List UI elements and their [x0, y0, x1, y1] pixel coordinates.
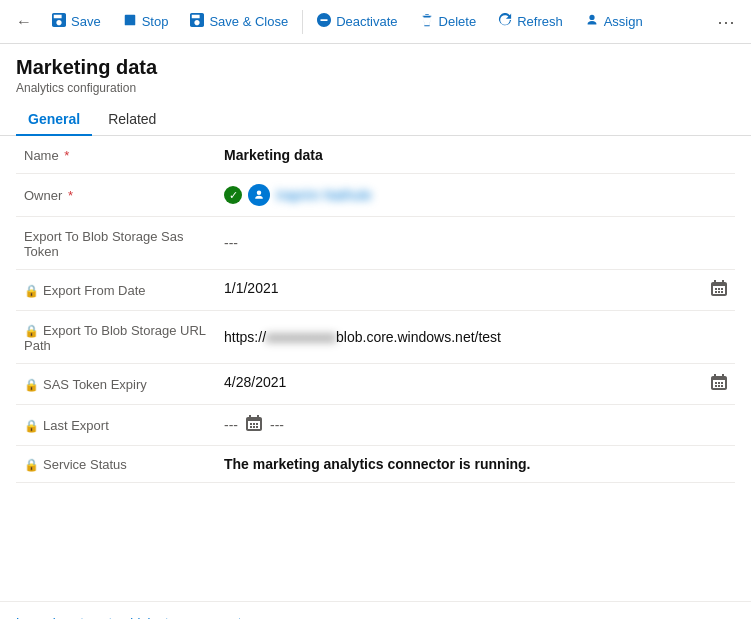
url-prefix: https:// — [224, 329, 266, 345]
save-icon — [52, 13, 66, 30]
required-indicator: * — [68, 188, 73, 203]
lock-icon: 🔒 — [24, 458, 39, 472]
save-button[interactable]: Save — [42, 8, 111, 35]
table-row: 🔒Last Export --- --- — [16, 405, 735, 446]
save-close-icon — [190, 13, 204, 30]
field-value-export-from-date: 1/1/2021 — [216, 270, 735, 311]
field-label-sas-expiry: 🔒SAS Token Expiry — [16, 364, 216, 405]
calendar-icon[interactable] — [711, 374, 727, 394]
stop-button[interactable]: Stop — [113, 8, 179, 35]
last-export-date: --- — [224, 417, 238, 433]
required-indicator: * — [64, 148, 69, 163]
lock-icon: 🔒 — [24, 378, 39, 392]
stop-label: Stop — [142, 14, 169, 29]
page-subtitle: Analytics configuration — [16, 81, 735, 95]
table-row: 🔒Export To Blob Storage URL Path https:/… — [16, 311, 735, 364]
field-label-last-export: 🔒Last Export — [16, 405, 216, 446]
field-value-owner: ✓ Iraprim Nathule — [216, 174, 735, 217]
lock-icon: 🔒 — [24, 284, 39, 298]
setup-link[interactable]: Learn how to setup blob storage export. — [16, 615, 245, 619]
delete-label: Delete — [439, 14, 477, 29]
calendar-icon[interactable] — [246, 415, 262, 435]
stop-icon — [123, 13, 137, 30]
field-value-sas-expiry: 4/28/2021 — [216, 364, 735, 405]
refresh-icon — [498, 13, 512, 30]
separator-1 — [302, 10, 303, 34]
field-label-sas-token: Export To Blob Storage Sas Token — [16, 217, 216, 270]
form-table: Name * Marketing data Owner * ✓ — [16, 136, 735, 483]
back-button[interactable]: ← — [8, 8, 40, 36]
date-value[interactable]: 1/1/2021 — [224, 280, 279, 296]
tabs: General Related — [0, 103, 751, 136]
field-value-service-status: The marketing analytics connector is run… — [216, 446, 735, 483]
date-value[interactable]: 4/28/2021 — [224, 374, 286, 390]
page-title: Marketing data — [16, 56, 735, 79]
field-value-sas-token[interactable]: --- — [216, 217, 735, 270]
delete-icon — [420, 13, 434, 30]
owner-container: ✓ Iraprim Nathule — [224, 184, 727, 206]
check-circle-icon: ✓ — [224, 186, 242, 204]
assign-label: Assign — [604, 14, 643, 29]
svg-rect-0 — [124, 15, 135, 26]
field-label-name: Name * — [16, 136, 216, 174]
field-value-name[interactable]: Marketing data — [216, 136, 735, 174]
toolbar: ← Save Stop Save & Close Deactivate Dele… — [0, 0, 751, 44]
table-row: 🔒SAS Token Expiry 4/28/2021 — [16, 364, 735, 405]
more-icon: ⋯ — [717, 11, 735, 33]
refresh-button[interactable]: Refresh — [488, 8, 573, 35]
field-value-url-path[interactable]: https://xxxxxxxxxxblob.core.windows.net/… — [216, 311, 735, 364]
field-label-url-path: 🔒Export To Blob Storage URL Path — [16, 311, 216, 364]
last-export-time: --- — [270, 417, 284, 433]
deactivate-label: Deactivate — [336, 14, 397, 29]
save-label: Save — [71, 14, 101, 29]
url-blur-part: xxxxxxxxxx — [266, 329, 336, 345]
save-close-label: Save & Close — [209, 14, 288, 29]
table-row: 🔒Service Status The marketing analytics … — [16, 446, 735, 483]
lock-icon: 🔒 — [24, 324, 39, 338]
url-suffix: blob.core.windows.net/test — [336, 329, 501, 345]
tab-related[interactable]: Related — [96, 103, 168, 135]
field-label-service-status: 🔒Service Status — [16, 446, 216, 483]
refresh-label: Refresh — [517, 14, 563, 29]
last-export-row: --- --- — [224, 415, 727, 435]
form-container: Name * Marketing data Owner * ✓ — [0, 136, 751, 601]
field-label-owner: Owner * — [16, 174, 216, 217]
table-row: Name * Marketing data — [16, 136, 735, 174]
assign-button[interactable]: Assign — [575, 8, 653, 35]
save-close-button[interactable]: Save & Close — [180, 8, 298, 35]
delete-button[interactable]: Delete — [410, 8, 487, 35]
owner-name[interactable]: Iraprim Nathule — [276, 187, 372, 203]
table-row: Export To Blob Storage Sas Token --- — [16, 217, 735, 270]
field-label-text: Name — [24, 148, 59, 163]
footer-link-container: Learn how to setup blob storage export. — [0, 601, 751, 619]
field-value-last-export: --- --- — [216, 405, 735, 446]
deactivate-button[interactable]: Deactivate — [307, 8, 407, 35]
lock-icon: 🔒 — [24, 419, 39, 433]
assign-icon — [585, 13, 599, 30]
more-options-button[interactable]: ⋯ — [709, 6, 743, 38]
deactivate-icon — [317, 13, 331, 30]
field-label-text: Owner — [24, 188, 62, 203]
page-header: Marketing data Analytics configuration — [0, 44, 751, 95]
table-row: 🔒Export From Date 1/1/2021 — [16, 270, 735, 311]
tab-general[interactable]: General — [16, 103, 92, 135]
calendar-icon[interactable] — [711, 280, 727, 300]
table-row: Owner * ✓ Iraprim Nathule — [16, 174, 735, 217]
field-label-export-from-date: 🔒Export From Date — [16, 270, 216, 311]
person-icon — [248, 184, 270, 206]
